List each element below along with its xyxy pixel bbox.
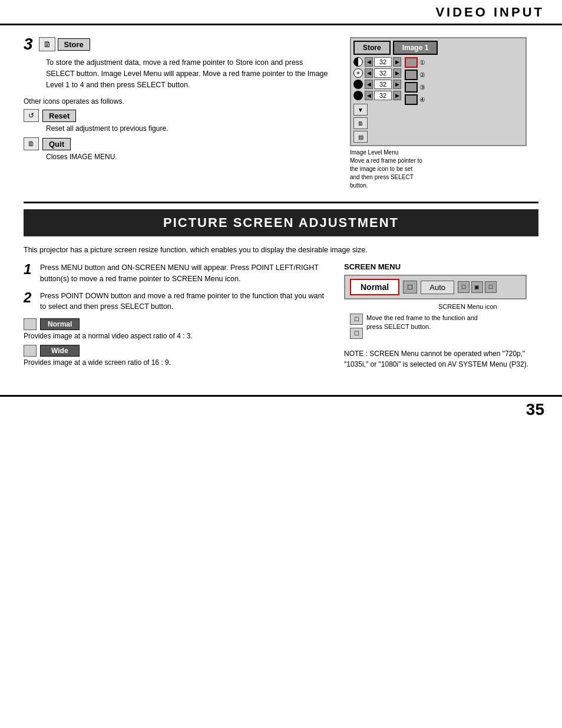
- img-slot-row-1: ①: [405, 57, 425, 68]
- side-icons-row: ▼: [353, 104, 401, 116]
- note-text: NOTE : SCREEN Menu cannot be operated wh…: [344, 348, 538, 370]
- section3-left: 3 🗎 Store To store the adjustment data, …: [24, 37, 332, 190]
- side-icons-row2: 🗎: [353, 117, 401, 129]
- pointer-icon-2: ☐: [350, 328, 363, 339]
- menu-diagram-container: Store Image 1 ◀ 32 ▶: [350, 37, 538, 190]
- page-header: VIDEO INPUT: [0, 0, 562, 25]
- screen-menu-icon-4: ☐: [485, 281, 497, 293]
- contrast-icon: [353, 57, 363, 67]
- img-slot-label-4: ④: [419, 96, 425, 104]
- menu-rows: ◀ 32 ▶ ☀ ◀ 32 ▶: [353, 57, 523, 143]
- reset-button-label: Reset: [42, 110, 76, 122]
- img-slot-2: [405, 70, 418, 80]
- reset-description: Reset all adjustment to previous figure.: [46, 124, 332, 133]
- screen-menu-normal: Normal: [350, 279, 399, 295]
- menu-header: Store Image 1: [353, 41, 523, 55]
- psa-body: 1 Press MENU button and ON-SCREEN MENU w…: [24, 262, 538, 371]
- page-number: 35: [526, 400, 544, 419]
- img-slot-label-2: ②: [419, 71, 425, 79]
- tint-icon: [353, 91, 363, 100]
- store-icon: 🗎: [39, 37, 55, 51]
- screen-menu-label: SCREEN MENU: [344, 262, 538, 271]
- quit-button-label: Quit: [42, 138, 71, 150]
- val-box-3: 32: [374, 80, 392, 89]
- img-slot-1: [405, 57, 418, 68]
- val-box-4: 32: [374, 91, 392, 100]
- arrow-left-4[interactable]: ◀: [365, 91, 373, 100]
- side-icon-2: 🗎: [353, 117, 368, 129]
- wide-icon: [24, 345, 37, 357]
- img-slot-label-1: ①: [419, 59, 425, 67]
- color-val: ◀ 32 ▶: [365, 80, 401, 89]
- page-number-area: 35: [0, 395, 562, 419]
- arrow-right-4[interactable]: ▶: [393, 91, 401, 100]
- image-level-menu-diagram: Store Image 1 ◀ 32 ▶: [350, 37, 527, 146]
- img-slot-4: [405, 94, 418, 105]
- img-slot-3: [405, 82, 418, 93]
- screen-menu-top-row: Normal ☐ Auto ☐ ▣ ☐: [350, 279, 521, 295]
- reset-icon-row: ↺ Reset: [24, 109, 332, 122]
- wide-button: Wide: [40, 345, 80, 357]
- normal-description: Provides image at a normal video aspect …: [24, 332, 326, 340]
- contrast-val: ◀ 32 ▶: [365, 57, 401, 67]
- quit-icon: 🗎: [24, 137, 39, 150]
- section-divider: [24, 202, 538, 203]
- brightness-icon: ☀: [353, 68, 363, 78]
- arrow-left-2[interactable]: ◀: [365, 68, 373, 78]
- screen-menu-icon-3: ▣: [471, 281, 483, 293]
- section-3: 3 🗎 Store To store the adjustment data, …: [24, 37, 538, 190]
- contrast-row: ◀ 32 ▶: [353, 57, 401, 67]
- wide-description: Provides image at a wide screen ratio of…: [24, 358, 326, 367]
- quit-icon-row: 🗎 Quit: [24, 137, 332, 150]
- side-icon-3: ▤: [353, 131, 368, 143]
- store-description: To store the adjustment data, move a red…: [46, 57, 332, 90]
- brightness-val: ◀ 32 ▶: [365, 68, 401, 78]
- image1-menu-btn: Image 1: [393, 41, 438, 55]
- psa-right: SCREEN MENU Normal ☐ Auto ☐ ▣ ☐ SCREEN M…: [344, 262, 538, 371]
- pointer-text-block: Move the red frame to the function and p…: [366, 314, 478, 332]
- screen-menu-diagram: Normal ☐ Auto ☐ ▣ ☐: [344, 275, 527, 299]
- pointer-text: Move the red frame to the function and p…: [366, 314, 478, 332]
- img-slot-row-3: ③: [405, 82, 425, 93]
- psa-step-1-text: Press MENU button and ON-SCREEN MENU wil…: [40, 262, 326, 285]
- main-content: 3 🗎 Store To store the adjustment data, …: [0, 25, 562, 383]
- quit-description: Closes IMAGE MENU.: [46, 153, 332, 161]
- psa-step-2-number: 2: [24, 291, 35, 305]
- psa-left: 1 Press MENU button and ON-SCREEN MENU w…: [24, 262, 326, 371]
- reset-icon: ↺: [24, 109, 39, 122]
- screen-menu-pointer-area: ☐ ☐ Move the red frame to the function a…: [350, 314, 538, 340]
- screen-menu-icon-1: ☐: [403, 281, 417, 294]
- page-title: VIDEO INPUT: [435, 5, 544, 20]
- arrow-right-1[interactable]: ▶: [393, 57, 401, 67]
- tint-row: ◀ 32 ▶: [353, 91, 401, 100]
- side-icon-1: ▼: [353, 104, 368, 116]
- menu-col-left: ◀ 32 ▶ ☀ ◀ 32 ▶: [353, 57, 401, 143]
- store-icon-row: 🗎 Store: [39, 37, 90, 51]
- screen-menu-icon-label: SCREEN Menu icon: [438, 303, 538, 310]
- arrow-right-2[interactable]: ▶: [393, 68, 401, 78]
- store-menu-btn: Store: [353, 41, 391, 55]
- normal-icon: [24, 318, 37, 330]
- tint-val: ◀ 32 ▶: [365, 91, 401, 100]
- menu-col-right: ① ② ③ ④: [405, 57, 425, 143]
- side-icons-row3: ▤: [353, 131, 401, 143]
- psa-section: PICTURE SCREEN ADJUSTMENT This projector…: [24, 209, 538, 371]
- val-box-2: 32: [374, 68, 392, 78]
- color-icon: [353, 80, 363, 89]
- psa-step-1-number: 1: [24, 262, 35, 276]
- psa-intro: This projector has a picture screen resi…: [24, 246, 538, 254]
- arrow-left-1[interactable]: ◀: [365, 57, 373, 67]
- normal-icon-row: Normal: [24, 318, 326, 330]
- arrow-left-3[interactable]: ◀: [365, 80, 373, 89]
- screen-menu-icons-group: ☐ ▣ ☐: [458, 281, 497, 293]
- psa-step-2: 2 Press POINT DOWN button and move a red…: [24, 291, 326, 313]
- normal-button: Normal: [40, 318, 80, 330]
- other-icons-label: Other icons operates as follows.: [24, 97, 332, 106]
- pointer-icons: ☐ ☐: [350, 314, 363, 340]
- img-slot-label-3: ③: [419, 84, 425, 91]
- color-row: ◀ 32 ▶: [353, 80, 401, 89]
- psa-step-1: 1 Press MENU button and ON-SCREEN MENU w…: [24, 262, 326, 285]
- psa-header: PICTURE SCREEN ADJUSTMENT: [24, 209, 538, 236]
- screen-menu-icon-2: ☐: [458, 281, 470, 293]
- arrow-right-3[interactable]: ▶: [393, 80, 401, 89]
